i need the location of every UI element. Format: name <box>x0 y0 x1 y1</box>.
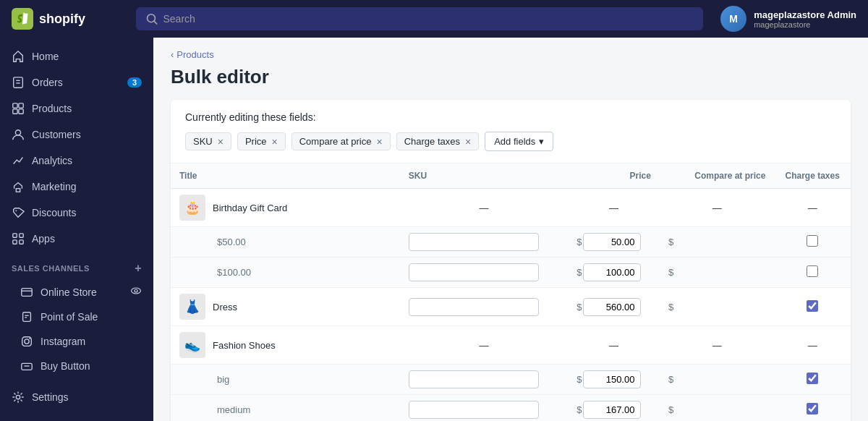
sidebar-item-settings[interactable]: Settings <box>0 384 153 410</box>
svg-rect-14 <box>20 234 23 237</box>
price-dash-0: — <box>568 189 660 227</box>
svg-point-25 <box>25 339 29 344</box>
svg-rect-17 <box>22 288 32 296</box>
variant-compare-2-0: $ <box>660 365 774 395</box>
currently-editing-label: Currently editing these fields: <box>185 111 836 123</box>
product-thumb-1: 👗 <box>179 294 205 320</box>
variant-sku-0-0 <box>400 227 568 258</box>
sidebar-item-discounts[interactable]: Discounts <box>0 200 153 226</box>
variant-sku-input-2-0[interactable] <box>409 370 539 388</box>
sidebar-label-analytics: Analytics <box>32 155 72 166</box>
sidebar-item-marketing[interactable]: Marketing <box>0 174 153 200</box>
sidebar-item-home[interactable]: Home <box>0 43 153 69</box>
variant-tax-checkbox-2-1[interactable] <box>807 403 818 414</box>
page-title: Bulk editor <box>153 63 868 100</box>
remove-sku-tag[interactable]: × <box>218 137 224 147</box>
variant-taxes-cell-2-1 <box>774 395 851 422</box>
svg-rect-8 <box>13 109 17 114</box>
sidebar-label-buy-button: Buy Button <box>41 360 90 372</box>
variant-tax-checkbox-0-0[interactable] <box>807 235 818 247</box>
variant-taxes-cell-0-1 <box>774 258 851 288</box>
remove-price-tag[interactable]: × <box>272 137 278 147</box>
svg-point-12 <box>15 210 17 211</box>
sidebar-item-orders[interactable]: Orders 3 <box>0 69 153 95</box>
variant-sku-input-0-0[interactable] <box>409 233 539 251</box>
col-header-taxes: Charge taxes <box>774 163 851 189</box>
eye-icon[interactable] <box>130 285 142 299</box>
fields-section: Currently editing these fields: SKU × Pr… <box>171 100 851 163</box>
title-cell-2: 👟 Fashion Shoes <box>171 326 400 365</box>
svg-rect-15 <box>13 240 17 244</box>
variant-tax-checkbox-0-1[interactable] <box>807 265 818 277</box>
sidebar-label-home: Home <box>32 51 59 62</box>
sidebar-label-instagram: Instagram <box>41 336 85 347</box>
price-cell-1: $ <box>568 288 660 326</box>
sidebar-item-instagram[interactable]: Instagram <box>0 329 153 354</box>
product-name-0: Birthday Gift Card <box>213 203 287 213</box>
products-icon <box>12 102 25 115</box>
variant-compare-0-0: $ <box>660 227 774 258</box>
content-area: ‹ Products Bulk editor Currently editing… <box>153 38 868 421</box>
user-info: mageplazastore Admin mageplazastore <box>754 9 856 29</box>
sku-cell-1 <box>400 288 568 326</box>
instagram-icon <box>20 335 33 348</box>
sidebar-item-apps[interactable]: Apps <box>0 226 153 252</box>
search-input[interactable] <box>163 13 694 25</box>
variant-price-input-2-0[interactable] <box>583 370 641 388</box>
table-row: 👟 Fashion Shoes — — — — <box>171 326 851 365</box>
sidebar: Home Orders 3 Products Customers A <box>0 38 153 421</box>
sidebar-item-products[interactable]: Products <box>0 95 153 122</box>
sidebar-item-buy-button[interactable]: Buy Button <box>0 354 153 378</box>
sidebar-item-analytics[interactable]: Analytics <box>0 148 153 174</box>
product-thumb-2: 👟 <box>179 332 205 358</box>
search-bar[interactable] <box>136 7 703 30</box>
price-input-1[interactable] <box>583 298 641 316</box>
remove-compare-tag[interactable]: × <box>376 137 382 147</box>
bulk-table: Title SKU Price Compare at price Charge … <box>171 163 851 421</box>
variant-sku-0-1 <box>400 258 568 288</box>
variant-compare-0-1: $ <box>660 258 774 288</box>
title-cell-0: 🎂 Birthday Gift Card <box>171 189 400 227</box>
variant-price-input-0-1[interactable] <box>583 263 641 281</box>
price-dash-2: — <box>568 326 660 365</box>
sidebar-item-point-of-sale[interactable]: Point of Sale <box>0 305 153 329</box>
logo-area: shopify <box>12 8 127 30</box>
sidebar-label-settings: Settings <box>32 391 69 403</box>
field-tag-price: Price × <box>237 132 286 150</box>
user-store: mageplazastore <box>754 20 856 29</box>
add-sales-channel-icon[interactable]: + <box>135 262 142 275</box>
shopify-logo-icon <box>12 8 33 30</box>
sidebar-item-online-store[interactable]: Online Store <box>0 279 153 305</box>
variant-price-input-0-0[interactable] <box>583 233 641 251</box>
sidebar-label-products: Products <box>32 103 72 114</box>
sidebar-item-customers[interactable]: Customers <box>0 122 153 148</box>
variant-price-2-0: $ <box>568 365 660 395</box>
tax-checkbox-1[interactable] <box>807 300 818 312</box>
topnav: shopify M mageplazastore Admin mageplaza… <box>0 0 868 38</box>
variant-sku-input-0-1[interactable] <box>409 263 539 281</box>
sidebar-label-customers: Customers <box>32 129 81 140</box>
variant-label-0-1: $100.00 <box>179 267 251 278</box>
table-row: 🎂 Birthday Gift Card — — — — <box>171 189 851 227</box>
search-icon <box>146 13 158 25</box>
variant-tax-checkbox-2-0[interactable] <box>807 373 818 384</box>
table-row: medium $ $ <box>171 395 851 422</box>
add-fields-button[interactable]: Add fields ▾ <box>485 132 553 151</box>
variant-price-0-1: $ <box>568 258 660 288</box>
settings-icon <box>12 391 25 404</box>
remove-taxes-tag[interactable]: × <box>465 137 471 147</box>
sku-input-1[interactable] <box>409 298 539 316</box>
bulk-editor-card: Currently editing these fields: SKU × Pr… <box>171 100 851 421</box>
variant-title-2-0: big <box>171 365 400 395</box>
user-name: mageplazastore Admin <box>754 9 856 20</box>
breadcrumb: ‹ Products <box>153 38 868 63</box>
add-fields-chevron-icon: ▾ <box>539 136 544 147</box>
variant-price-input-2-1[interactable] <box>583 401 641 419</box>
add-fields-label: Add fields <box>494 136 535 147</box>
table-row: big $ $ <box>171 365 851 395</box>
svg-line-2 <box>154 21 157 24</box>
variant-sku-input-2-1[interactable] <box>409 401 539 419</box>
variant-label-2-0: big <box>179 374 229 385</box>
avatar: M <box>720 6 746 32</box>
breadcrumb-parent[interactable]: Products <box>176 49 213 60</box>
